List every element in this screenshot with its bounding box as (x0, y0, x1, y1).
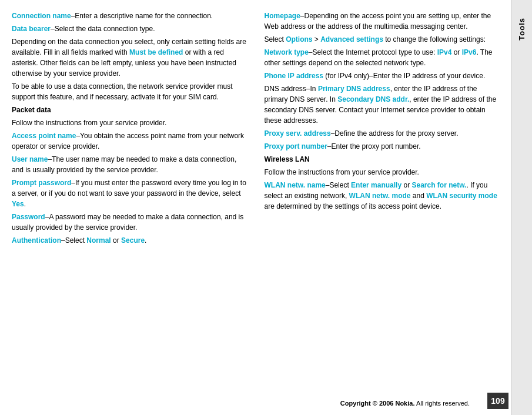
wlan-or: or (401, 181, 411, 189)
wlan-and: and (410, 192, 426, 200)
prompt-password-term: Prompt password (12, 179, 71, 187)
dns-address-para: DNS address–In Primary DNS address, ente… (265, 83, 500, 126)
depending-para: Depending on the data connection you sel… (12, 36, 247, 79)
wlan-netw-para: WLAN netw. name–Select Enter manually or… (265, 180, 500, 212)
main-content: Connection name–Enter a descriptive name… (0, 0, 511, 415)
homepage-para: Homepage–Depending on the access point y… (265, 11, 500, 32)
wlan-netw-dash: –Select (326, 181, 351, 189)
connection-name-para: Connection name–Enter a descriptive name… (12, 11, 247, 21)
wlan-security-mode-term: WLAN security mode (426, 192, 497, 200)
data-bearer-term: Data bearer (12, 25, 51, 33)
authentication-secure: Secure (121, 236, 145, 245)
proxy-serv-para: Proxy serv. address–Define the address f… (265, 128, 500, 139)
access-point-name-term: Access point name (12, 132, 76, 140)
proxy-port-term: Proxy port number (265, 142, 327, 150)
authentication-def-pre: –Select (61, 236, 86, 245)
authentication-term: Authentication (12, 236, 61, 245)
right-column: Homepage–Depending on the access point y… (265, 11, 500, 400)
select-options-pre: Select (265, 35, 286, 43)
data-bearer-para: Data bearer–Select the data connection t… (12, 24, 247, 34)
select-options-gt: > (313, 35, 321, 43)
data-bearer-def: –Select the data connection type. (51, 25, 155, 33)
copyright-bar: Copyright © 2006 Nokia. All rights reser… (12, 400, 499, 409)
connection-name-term: Connection name (12, 12, 71, 20)
copyright-suffix: All rights reserved. (416, 400, 470, 407)
proxy-port-def: –Enter the proxy port number. (327, 142, 421, 150)
prompt-password-period: . (24, 200, 26, 208)
page-number: 109 (491, 396, 504, 406)
authentication-para: Authentication–Select Normal or Secure. (12, 235, 247, 246)
left-column: Connection name–Enter a descriptive name… (12, 11, 247, 400)
proxy-port-para: Proxy port number–Enter the proxy port n… (265, 141, 500, 152)
wireless-lan-heading: Wireless LAN (265, 154, 500, 165)
prompt-password-yes: Yes (12, 200, 24, 208)
prompt-password-para: Prompt password–If you must enter the pa… (12, 178, 247, 209)
sidebar: Tools 109 (511, 0, 532, 415)
follow-instructions-right: Follow the instructions from your servic… (265, 167, 500, 178)
wlan-netw-name-term: WLAN netw. name (265, 181, 326, 189)
wlan-search-for: Search for netw. (411, 181, 466, 189)
select-options-post: to change the following settings: (383, 35, 486, 43)
authentication-or: or (111, 236, 121, 245)
to-be-able-para: To be able to use a data connection, the… (12, 81, 247, 102)
select-options-term2: Advanced settings (320, 35, 383, 43)
follow-instructions-left: Follow the instructions from your servic… (12, 118, 247, 128)
sidebar-label: Tools (517, 18, 526, 41)
must-be-defined-term: Must be defined (129, 48, 183, 56)
password-term: Password (12, 213, 45, 221)
dns-secondary-term: Secondary DNS addr. (337, 95, 409, 103)
wlan-enter-manually: Enter manually (351, 181, 401, 189)
phone-ip-term: Phone IP address (265, 72, 323, 80)
select-options-term1: Options (286, 35, 312, 43)
proxy-serv-def: –Define the address for the proxy server… (331, 129, 459, 138)
dns-pre: DNS address–In (265, 85, 318, 93)
phone-ip-extra: (for IPv4 only)–Enter the IP address of … (323, 72, 485, 80)
network-type-term: Network type (265, 48, 309, 56)
network-type-ipv6: IPv6 (462, 48, 477, 56)
two-column-layout: Connection name–Enter a descriptive name… (12, 11, 499, 400)
copyright-text: Copyright © 2006 Nokia. (340, 400, 415, 407)
proxy-serv-term: Proxy serv. address (265, 129, 331, 138)
network-type-para: Network type–Select the Internet protoco… (265, 47, 500, 68)
password-def: –A password may be needed to make a data… (12, 213, 243, 232)
select-options-para: Select Options > Advanced settings to ch… (265, 34, 500, 45)
phone-ip-para: Phone IP address (for IPv4 only)–Enter t… (265, 71, 500, 81)
wlan-netw-mode-term: WLAN netw. mode (349, 192, 411, 200)
password-para: Password–A password may be needed to mak… (12, 212, 247, 233)
network-type-ipv4: IPv4 (437, 48, 452, 56)
packet-data-heading: Packet data (12, 105, 247, 115)
user-name-term: User name (12, 155, 48, 163)
packet-data-label: Packet data (12, 106, 51, 114)
wlan-post: are determined by the settings of its ac… (265, 202, 442, 210)
dns-primary-term: Primary DNS address (318, 85, 390, 93)
authentication-period: . (145, 236, 146, 245)
access-point-name-para: Access point name–You obtain the access … (12, 130, 247, 152)
network-type-or: or (451, 48, 461, 56)
network-type-pre: –Select the Internet protocol type to us… (309, 48, 437, 56)
page-number-box: 109 (487, 393, 508, 409)
wireless-lan-label: Wireless LAN (265, 155, 310, 163)
authentication-normal: Normal (86, 236, 111, 245)
user-name-para: User name–The user name may be needed to… (12, 154, 247, 175)
connection-name-dash: –Enter a descriptive name for the connec… (71, 12, 213, 20)
homepage-term: Homepage (265, 12, 300, 20)
